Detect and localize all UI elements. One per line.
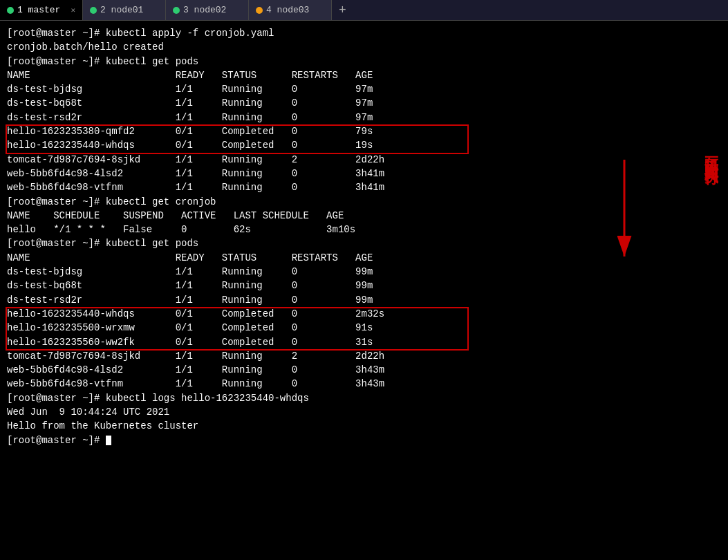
tab-label-master: 1 master <box>17 5 60 15</box>
tab-bar: 1 master ✕ 2 node01 3 node02 4 node03 + <box>0 0 728 21</box>
terminal-line: hello-1623235560-ww2fk 0/1 Completed 0 3… <box>7 335 721 349</box>
tab-node01[interactable]: 2 node01 <box>83 0 166 20</box>
terminal-line: [root@master ~]# <box>7 433 721 447</box>
annotation-text: 每隔一段时间执行 <box>702 146 721 162</box>
terminal-line: ds-test-bq68t 1/1 Running 0 99m <box>7 279 721 292</box>
tab-add-button[interactable]: + <box>332 0 353 20</box>
annotation-area: 每隔一段时间执行 <box>702 146 721 162</box>
terminal-line: [root@master ~]# kubectl get pods <box>7 55 721 68</box>
terminal-line: web-5bb6fd4c98-4lsd2 1/1 Running 0 3h41m <box>7 167 721 180</box>
terminal-line: web-5bb6fd4c98-4lsd2 1/1 Running 0 3h43m <box>7 363 721 377</box>
terminal-line: NAME SCHEDULE SUSPEND ACTIVE LAST SCHEDU… <box>7 209 721 223</box>
terminal-line: hello-1623235440-whdqs 0/1 Completed 0 2… <box>7 307 721 321</box>
terminal-line: tomcat-7d987c7694-8sjkd 1/1 Running 2 2d… <box>7 349 721 363</box>
terminal-line: tomcat-7d987c7694-8sjkd 1/1 Running 2 2d… <box>7 153 721 167</box>
terminal-line: [root@master ~]# kubectl apply -f cronjo… <box>7 26 721 40</box>
terminal: [root@master ~]# kubectl apply -f cronjo… <box>0 21 728 560</box>
tab-label-node02: 3 node02 <box>183 5 226 15</box>
terminal-line: ds-test-bjdsg 1/1 Running 0 99m <box>7 265 721 279</box>
terminal-line: [root@master ~]# kubectl logs hello-1623… <box>7 391 721 405</box>
terminal-line: hello-1623235380-qmfd2 0/1 Completed 0 7… <box>7 124 721 138</box>
tab-close-master[interactable]: ✕ <box>71 6 75 15</box>
tab-master[interactable]: 1 master ✕ <box>0 0 83 20</box>
terminal-line: ds-test-bjdsg 1/1 Running 0 97m <box>7 82 721 96</box>
terminal-line: hello */1 * * * False 0 62s 3m10s <box>7 223 721 236</box>
tab-node03[interactable]: 4 node03 <box>249 0 332 20</box>
terminal-line: [root@master ~]# kubectl get cronjob <box>7 195 721 209</box>
terminal-line: hello-1623235440-whdqs 0/1 Completed 0 1… <box>7 138 721 152</box>
terminal-line: web-5bb6fd4c98-vtfnm 1/1 Running 0 3h41m <box>7 180 721 194</box>
tab-node02[interactable]: 3 node02 <box>166 0 249 20</box>
terminal-line: ds-test-rsd2r 1/1 Running 0 99m <box>7 293 721 307</box>
tab-dot-node01 <box>90 7 97 14</box>
terminal-line: ds-test-rsd2r 1/1 Running 0 97m <box>7 111 721 124</box>
tab-label-node01: 2 node01 <box>100 5 143 15</box>
terminal-line: NAME READY STATUS RESTARTS AGE <box>7 251 721 265</box>
terminal-line: cronjob.batch/hello created <box>7 40 721 54</box>
tab-dot-master <box>7 7 14 14</box>
terminal-line: NAME READY STATUS RESTARTS AGE <box>7 68 721 82</box>
terminal-line: Wed Jun 9 10:44:24 UTC 2021 <box>7 405 721 419</box>
terminal-line: Hello from the Kubernetes cluster <box>7 419 721 433</box>
terminal-line: web-5bb6fd4c98-vtfnm 1/1 Running 0 3h43m <box>7 377 721 391</box>
tab-dot-node02 <box>173 7 180 14</box>
tab-label-node03: 4 node03 <box>266 5 309 15</box>
terminal-line: ds-test-bq68t 1/1 Running 0 97m <box>7 96 721 110</box>
terminal-line: hello-1623235500-wrxmw 0/1 Completed 0 9… <box>7 321 721 335</box>
terminal-line: [root@master ~]# kubectl get pods <box>7 236 721 250</box>
tab-dot-node03 <box>256 7 263 14</box>
